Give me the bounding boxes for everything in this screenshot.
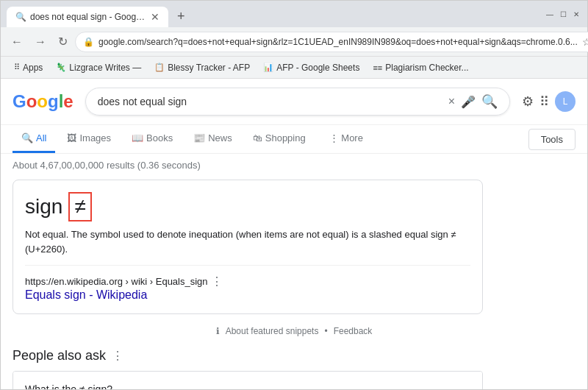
bookmark-afp-sheets-label: AFP - Google Sheets — [276, 63, 359, 73]
bookmarks-bar: ⠿ Apps 🦎 Lizgrace Writes — 📋 Blessy Trac… — [1, 57, 587, 79]
bookmark-blessy[interactable]: 📋 Blessy Tracker - AFP — [148, 60, 256, 75]
images-tab-label: Images — [79, 132, 111, 143]
bookmark-apps-label: Apps — [23, 63, 43, 73]
results-area: About 4,67,00,00,000 results (0.36 secon… — [1, 154, 587, 389]
search-clear-icon[interactable]: × — [448, 95, 455, 108]
new-tab-button[interactable]: + — [171, 6, 191, 27]
tab-title: does not equal sign - Google Se... — [30, 12, 146, 22]
bookmark-star-icon[interactable]: ☆ — [582, 36, 588, 48]
news-tab-icon: 📰 — [193, 132, 205, 143]
logo-letter-g: G — [12, 91, 26, 111]
bookmark-lizgrace-label: Lizgrace Writes — — [69, 63, 141, 73]
search-bar[interactable]: does not equal sign × 🎤 🔍 — [85, 88, 510, 116]
maximize-button[interactable]: ☐ — [558, 9, 568, 19]
google-logo: Google — [12, 91, 74, 112]
afp-sheets-icon: 📊 — [263, 63, 273, 72]
logo-letter-g2: g — [48, 91, 59, 111]
tab-books[interactable]: 📖 Books — [123, 125, 182, 153]
window-controls: — ☐ ✕ — [545, 9, 581, 19]
news-tab-label: News — [208, 132, 232, 143]
search-query-text: does not equal sign — [98, 96, 442, 107]
snippet-title-row: sign ≠ — [25, 192, 470, 221]
about-featured-snippets-icon: ℹ — [216, 326, 220, 336]
snippet-source-url: https://en.wikipedia.org › wiki › Equals… — [25, 276, 208, 287]
shopping-tab-label: Shopping — [265, 132, 306, 143]
paa-title: People also ask — [12, 348, 106, 364]
title-bar: 🔍 does not equal sign - Google Se... ✕ +… — [1, 1, 587, 27]
voice-search-icon[interactable]: 🎤 — [461, 95, 476, 109]
tools-button[interactable]: Tools — [528, 129, 576, 150]
more-tab-label: ⋮ More — [329, 132, 363, 143]
shopping-tab-icon: 🛍 — [253, 132, 262, 143]
people-also-ask-section: People also ask ⋮ What is the ≠ sign? ⌄ … — [12, 348, 483, 389]
snippet-footer: ℹ About featured snippets • Feedback — [12, 326, 576, 336]
images-tab-icon: 🖼 — [67, 132, 76, 143]
paa-item-1: What is the ≠ sign? ⌄ — [12, 371, 483, 389]
forward-button[interactable]: → — [30, 32, 51, 52]
snippet-description: Not equal. The symbol used to denote ine… — [25, 227, 470, 256]
google-apps-icon[interactable]: ⠿ — [539, 93, 549, 110]
all-tab-icon: 🔍 — [21, 132, 33, 143]
user-avatar[interactable]: L — [555, 91, 576, 112]
bookmark-blessy-label: Blessy Tracker - AFP — [168, 63, 250, 73]
books-tab-label: Books — [146, 132, 173, 143]
snippet-title-text: sign — [25, 195, 62, 219]
minimize-button[interactable]: — — [545, 9, 555, 19]
apps-icon: ⠿ — [14, 63, 20, 72]
tab-close-button[interactable]: ✕ — [151, 11, 159, 23]
address-bar[interactable]: 🔒 google.com/search?q=does+not+equal+sig… — [75, 32, 588, 52]
close-button[interactable]: ✕ — [571, 9, 581, 19]
back-button[interactable]: ← — [7, 32, 27, 52]
plagiarism-icon: ≡≡ — [373, 63, 382, 72]
not-equal-symbol: ≠ — [68, 192, 91, 221]
lock-icon: 🔒 — [83, 37, 94, 47]
navigation-bar: ← → ↻ 🔒 google.com/search?q=does+not+equ… — [1, 27, 587, 57]
logo-letter-o2: o — [37, 91, 48, 111]
snippet-feedback-link[interactable]: Feedback — [334, 326, 373, 336]
paa-menu-icon[interactable]: ⋮ — [112, 349, 123, 363]
tab-all[interactable]: 🔍 All — [12, 125, 55, 153]
paa-chevron-1-icon: ⌄ — [461, 382, 470, 389]
snippet-link[interactable]: Equals sign - Wikipedia — [25, 288, 147, 301]
snippet-source-line: https://en.wikipedia.org › wiki › Equals… — [25, 274, 470, 288]
paa-question-1-text: What is the ≠ sign? — [25, 383, 112, 390]
bookmark-lizgrace[interactable]: 🦎 Lizgrace Writes — — [50, 60, 147, 75]
refresh-button[interactable]: ↻ — [54, 32, 72, 52]
settings-icon[interactable]: ⚙ — [522, 93, 534, 110]
logo-letter-o1: o — [26, 91, 37, 111]
featured-snippet: sign ≠ Not equal. The symbol used to den… — [12, 180, 483, 314]
tab-news[interactable]: 📰 News — [184, 125, 241, 153]
results-count: About 4,67,00,00,000 results (0.36 secon… — [12, 160, 576, 171]
lizgrace-icon: 🦎 — [56, 63, 66, 72]
tab-images[interactable]: 🖼 Images — [58, 125, 120, 153]
page-content: Google does not equal sign × 🎤 🔍 ⚙ ⠿ L 🔍… — [1, 79, 587, 389]
bookmark-apps[interactable]: ⠿ Apps — [8, 60, 49, 75]
search-submit-icon[interactable]: 🔍 — [481, 93, 498, 110]
tab-area: 🔍 does not equal sign - Google Se... ✕ + — [7, 1, 539, 27]
bookmark-plagiarism[interactable]: ≡≡ Plagiarism Checker... — [367, 60, 474, 75]
search-tabs: 🔍 All 🖼 Images 📖 Books 📰 News 🛍 Shopping… — [1, 125, 587, 154]
tab-more[interactable]: ⋮ More — [320, 125, 372, 153]
tab-favicon: 🔍 — [15, 12, 26, 22]
snippet-divider — [25, 265, 470, 266]
all-tab-label: All — [36, 132, 46, 143]
paa-header: People also ask ⋮ — [12, 348, 483, 364]
bookmark-plagiarism-label: Plagiarism Checker... — [385, 63, 468, 73]
bookmark-afp-sheets[interactable]: 📊 AFP - Google Sheets — [257, 60, 365, 75]
header-right: ⚙ ⠿ L — [522, 91, 576, 112]
address-text: google.com/search?q=does+not+equal+sign&… — [98, 37, 578, 47]
books-tab-icon: 📖 — [132, 132, 143, 143]
blessy-icon: 📋 — [154, 63, 165, 72]
tab-shopping[interactable]: 🛍 Shopping — [244, 125, 315, 153]
paa-question-1[interactable]: What is the ≠ sign? ⌄ — [13, 372, 482, 389]
snippet-more-icon[interactable]: ⋮ — [211, 274, 223, 288]
logo-letter-e: e — [63, 91, 73, 111]
active-tab[interactable]: 🔍 does not equal sign - Google Se... ✕ — [7, 7, 168, 27]
google-header: Google does not equal sign × 🎤 🔍 ⚙ ⠿ L — [1, 79, 587, 125]
about-featured-snippets-text[interactable]: About featured snippets — [226, 326, 319, 336]
footer-dot: • — [324, 326, 327, 336]
